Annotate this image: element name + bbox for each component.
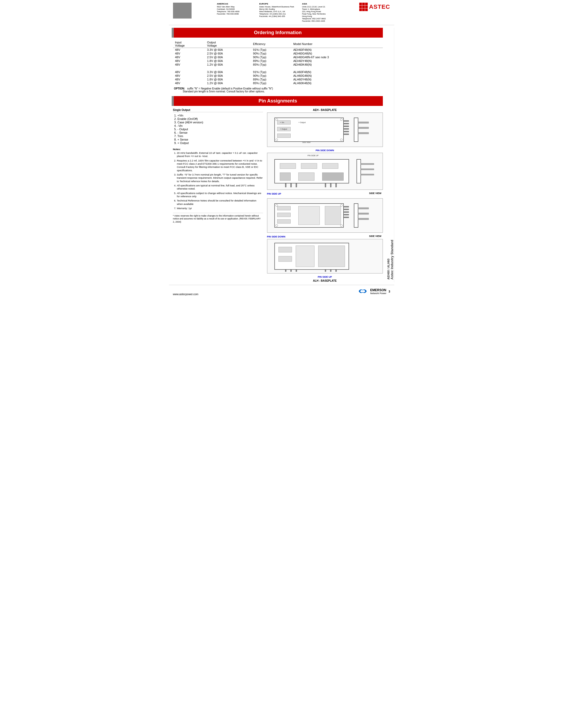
- list-item: 6. - Sense: [174, 131, 263, 134]
- list-item: 5. - Output: [174, 128, 263, 131]
- svg-text:SIDE VIEW: SIDE VIEW: [302, 142, 310, 143]
- aeh-top-svg: + Vin + Output + Output: [268, 114, 382, 146]
- svg-rect-9: [343, 134, 349, 135]
- pin-side-up-label-2: PIN SIDE UP: [267, 276, 383, 278]
- table-cell: 90% (Typ): [251, 52, 291, 55]
- svg-rect-67: [325, 269, 326, 272]
- svg-rect-48: [343, 212, 349, 213]
- svg-rect-50: [343, 217, 349, 218]
- notes-list: 20 mHz bandwidth. External 10 uF tant. c…: [173, 151, 263, 210]
- table-cell: 2.5V @ 60A: [205, 52, 251, 55]
- list-item: All specifications subject to change wit…: [177, 192, 263, 198]
- table-cell: ALH60F48(N): [291, 70, 383, 74]
- svg-rect-32: [325, 183, 326, 187]
- americas-line3: Telephone: 760-930-4600: [217, 10, 251, 13]
- europe-region-label: EUROPE: [259, 3, 294, 5]
- side-view-label-2: SIDE VIEW: [369, 235, 383, 239]
- svg-rect-31: [296, 183, 297, 187]
- col-header-output: OutputVoltage: [205, 40, 251, 48]
- list-item: 1. +Vin: [174, 114, 263, 117]
- pin-side-up-label: PIN SIDE UP: [267, 192, 282, 195]
- table-cell: 89% (Typ): [251, 78, 291, 81]
- option-value2: Standard pin length is 5mm nominal. Cons…: [183, 90, 265, 93]
- pin-right-col: AEH - BASEPLATE: [267, 109, 383, 282]
- svg-rect-4: [343, 120, 349, 122]
- aeh-baseplate-title: AEH - BASEPLATE: [267, 109, 383, 111]
- table-row: 48V1.8V @ 60A89% (Typ)AEH60Y48(N): [173, 59, 383, 63]
- svg-point-53: [275, 224, 277, 227]
- table-cell: 90% (Typ): [251, 74, 291, 78]
- pin-side-down-label-2: PIN SIDE DOWN: [267, 235, 286, 238]
- emerson-name: EMERSON: [370, 288, 386, 292]
- table-cell: AEH60F48(N): [291, 48, 383, 52]
- asia-line6: Telephone: 852-2437-9662: [302, 17, 337, 20]
- table-cell: ALH60K48(N): [291, 81, 383, 85]
- svg-rect-35: [357, 159, 361, 183]
- svg-rect-42: [277, 213, 291, 217]
- svg-rect-37: [361, 169, 374, 170]
- list-item: Technical Reference Notes should be cons…: [177, 199, 263, 206]
- header-addresses: AMERICAS 5810 Van Allen Way Carlsbad, CA…: [194, 3, 359, 22]
- side-view-label-1: SIDE VIEW: [369, 192, 383, 196]
- svg-rect-43: [277, 219, 291, 223]
- table-row: 48V2.5V @ 60A90% (Typ)AEH60G48(N): [173, 52, 383, 55]
- europe-line4: Telephone: 44 (1384) 842-211: [259, 13, 294, 15]
- single-output-label: Single Output: [173, 109, 263, 112]
- list-item: 7. Trim: [174, 134, 263, 138]
- svg-rect-20: [358, 132, 369, 134]
- svg-point-15: [275, 139, 277, 141]
- list-item: All specifications are typical at nomina…: [177, 184, 263, 191]
- svg-rect-63: [318, 246, 345, 267]
- svg-text:+ Vin: + Vin: [280, 122, 284, 123]
- table-cell: 48V: [173, 70, 205, 74]
- ordering-table: InputVoltage OutputVoltage Efficiency Mo…: [173, 40, 383, 85]
- ordering-section-header: Ordering Information: [173, 28, 383, 38]
- asia-line4: Fwai Fong, New Territories: [302, 13, 337, 15]
- option-text: OPTION: suffix "N" = Negative Enable (de…: [173, 87, 383, 93]
- svg-rect-60: [278, 247, 292, 252]
- emerson-text: EMERSON Network Power: [370, 288, 386, 295]
- americas-region-label: AMERICAS: [217, 3, 251, 5]
- table-cell: 48V: [173, 81, 205, 85]
- svg-point-51: [275, 204, 277, 206]
- table-cell: AEH60Y48(N): [291, 59, 383, 63]
- astec-logo: ASTEC: [359, 3, 390, 11]
- svg-rect-19: [358, 127, 369, 129]
- table-cell: 48V: [173, 55, 205, 59]
- table-row: 48V3.3V @ 60A91% (Typ)ALH60F48(N): [173, 70, 383, 74]
- table-cell: 2.5V @ 60A: [205, 74, 251, 78]
- table-cell: 85% (Typ): [251, 63, 291, 66]
- list-item: Suffix -"6" for 3.7mm nominal pin length…: [177, 173, 263, 183]
- table-cell: 48V: [173, 48, 205, 52]
- svg-rect-30: [291, 183, 292, 187]
- table-row: 48V1.2V @ 60A85% (Typ)AEH60K48(N): [173, 63, 383, 66]
- svg-rect-6: [343, 126, 349, 127]
- footer-url: www.astecpower.com: [173, 293, 198, 296]
- svg-point-16: [340, 139, 342, 141]
- table-cell: 90% (Typ): [251, 55, 291, 59]
- svg-rect-17: [354, 118, 358, 142]
- svg-rect-44: [298, 206, 320, 225]
- svg-rect-47: [343, 209, 349, 210]
- diagram-container: AEH - BASEPLATE: [267, 109, 383, 282]
- alh-bot-svg: [268, 240, 382, 272]
- svg-rect-34: [336, 183, 337, 187]
- svg-rect-33: [330, 183, 331, 187]
- pin-section-header: Pin Assignments: [173, 96, 383, 106]
- svg-rect-27: [298, 173, 314, 181]
- europe-line1: Astec House, Waterfront Business Park: [259, 6, 294, 8]
- svg-rect-18: [358, 122, 369, 123]
- option-value: suffix "N" = Negative Enable (default is…: [187, 87, 273, 90]
- svg-rect-57: [358, 213, 369, 214]
- list-item: Requires a 2.2 mf, 100V film capacitor c…: [177, 159, 263, 172]
- ordering-title: Ordering Information: [254, 30, 302, 35]
- svg-point-54: [340, 224, 342, 227]
- svg-rect-46: [343, 206, 349, 207]
- table-row: 48V2.5V @ 60A90% (Typ)ALH60G48(N): [173, 74, 383, 78]
- asia-line2: Tower 1, Metroplaza: [302, 8, 337, 10]
- table-cell: 48V: [173, 63, 205, 66]
- list-item: 4. -Vin: [174, 124, 263, 127]
- svg-rect-28: [322, 173, 343, 181]
- aeh-top-diagram: + Vin + Output + Output: [267, 113, 383, 147]
- header-right: ASTEC: [359, 3, 390, 11]
